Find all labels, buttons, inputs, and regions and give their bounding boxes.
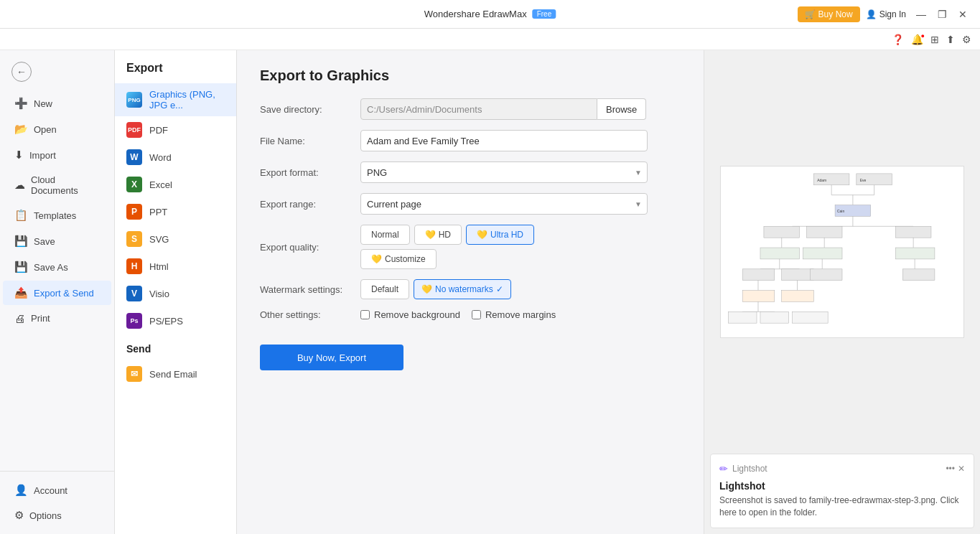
remove-background-checkbox[interactable] (360, 310, 370, 319)
export-item-label-svg: SVG (149, 234, 169, 245)
export-format-field: PNG JPG BMP SVG TIFF ▼ (360, 161, 648, 183)
close-button[interactable]: ✕ (954, 7, 971, 22)
sidebar-item-cloud[interactable]: ☁ Cloud Documents (3, 169, 111, 202)
browse-button[interactable]: Browse (597, 98, 646, 120)
sidebar-item-label-account: Account (34, 485, 67, 496)
templates-icon: 📋 (14, 209, 28, 222)
customize-button[interactable]: 💛 Customize (360, 249, 437, 269)
grid-icon[interactable]: ⊞ (930, 34, 939, 45)
export-item-ppt[interactable]: P PPT (115, 198, 236, 225)
person-icon: 👤 (866, 9, 877, 19)
remove-margins-label[interactable]: Remove margins (472, 309, 556, 320)
buy-now-button[interactable]: 🛒 Buy Now (798, 6, 859, 22)
watermark-no-watermarks-button[interactable]: 💛 No watermarks ✓ (414, 279, 511, 299)
watermark-default-button[interactable]: Default (360, 279, 409, 299)
export-item-email[interactable]: ✉ Send Email (115, 360, 236, 388)
export-format-row: Export format: PNG JPG BMP SVG TIFF ▼ (260, 161, 681, 183)
sidebar-item-label-save: Save (34, 236, 55, 247)
sidebar-item-save-as[interactable]: 💾 Save As (3, 255, 111, 279)
export-format-select[interactable]: PNG JPG BMP SVG TIFF (360, 161, 648, 183)
remove-margins-checkbox[interactable] (472, 310, 481, 319)
sidebar-item-label-open: Open (34, 124, 57, 135)
minimize-button[interactable]: — (912, 7, 930, 22)
lightshot-app-name: Lightshot (732, 464, 767, 474)
right-panel: Adam Eve Cain ✏ Lightshot ••• ✕ Lightsho… (704, 50, 980, 534)
sidebar-item-templates[interactable]: 📋 Templates (3, 203, 111, 228)
sidebar-item-print[interactable]: 🖨 Print (3, 306, 111, 330)
main-content: Export to Graphics Save directory: Brows… (237, 50, 704, 534)
notification-icon[interactable]: 🔔● (911, 34, 923, 45)
lightshot-text: Screenshot is saved to family-tree-edraw… (719, 495, 965, 519)
file-name-input[interactable] (360, 130, 648, 151)
sidebar-item-save[interactable]: 💾 Save (3, 229, 111, 253)
save-directory-input[interactable] (360, 98, 597, 120)
export-quality-field: Normal 💛 HD 💛 Ultra HD 💛 Customize (360, 225, 534, 269)
remove-background-text: Remove background (374, 309, 460, 320)
options-icon: ⚙ (14, 509, 24, 522)
file-name-field (360, 130, 648, 151)
other-settings-label: Other settings: (260, 309, 360, 320)
export-item-word[interactable]: W Word (115, 144, 236, 171)
graphics-icon: PNG (126, 92, 142, 108)
svg-rect-37 (793, 312, 829, 324)
export-item-html[interactable]: H Html (115, 253, 236, 280)
remove-margins-text: Remove margins (485, 309, 556, 320)
save-directory-label: Save directory: (260, 104, 360, 115)
export-item-pdf[interactable]: PDF PDF (115, 116, 236, 144)
sidebar-item-open[interactable]: 📂 Open (3, 117, 111, 141)
export-format-label: Export format: (260, 167, 360, 178)
svg-rect-11 (806, 227, 842, 238)
export-range-field: Current page All pages Selected pages ▼ (360, 193, 648, 215)
back-button[interactable]: ← (0, 56, 114, 88)
save-directory-row: Save directory: Browse (260, 98, 681, 120)
sidebar-item-import[interactable]: ⬇ Import (3, 143, 111, 167)
sidebar-item-new[interactable]: ➕ New (3, 91, 111, 116)
ps-icon: Ps (126, 313, 142, 329)
import-icon: ⬇ (14, 149, 24, 161)
settings-icon[interactable]: ⚙ (962, 34, 971, 45)
excel-icon: X (126, 177, 142, 192)
sidebar-item-options[interactable]: ⚙ Options (3, 503, 111, 528)
sidebar-item-label-import: Import (29, 150, 56, 161)
svg-rect-17 (803, 248, 842, 259)
open-icon: 📂 (14, 123, 28, 136)
sidebar-item-label-new: New (34, 98, 52, 109)
export-item-ps[interactable]: Ps PS/EPS (115, 307, 236, 334)
titlebar-right: 🛒 Buy Now 👤 Sign In — ❐ ✕ (798, 6, 971, 22)
email-icon: ✉ (126, 366, 142, 382)
watermark-row: Watermark settings: Default 💛 No waterma… (260, 279, 681, 299)
sidebar-item-export[interactable]: 📤 Export & Send (3, 281, 111, 305)
lightshot-close-button[interactable]: ✕ (958, 464, 965, 474)
svg-rect-35 (728, 312, 757, 324)
export-item-svg[interactable]: S SVG (115, 225, 236, 253)
export-range-select[interactable]: Current page All pages Selected pages (360, 193, 648, 215)
export-item-label-graphics: Graphics (PNG, JPG e... (149, 89, 225, 111)
word-icon: W (126, 149, 142, 165)
export-item-label-html: Html (149, 261, 169, 272)
export-item-graphics[interactable]: PNG Graphics (PNG, JPG e... (115, 83, 236, 116)
svg-rect-18 (895, 248, 935, 259)
export-item-visio[interactable]: V Visio (115, 280, 236, 307)
restore-button[interactable]: ❐ (933, 7, 951, 22)
save-as-icon: 💾 (14, 261, 28, 273)
quality-hd-button[interactable]: 💛 HD (414, 225, 462, 245)
checkmark-icon: ✓ (496, 284, 503, 294)
export-quality-row: Export quality: Normal 💛 HD 💛 Ultra HD (260, 225, 681, 269)
sidebar-item-label-export: Export & Send (34, 288, 94, 299)
svg-rect-16 (760, 248, 800, 259)
upload-icon[interactable]: ⬆ (946, 34, 955, 45)
remove-background-label[interactable]: Remove background (360, 309, 460, 320)
help-icon[interactable]: ❓ (892, 34, 904, 45)
svg-icon: S (126, 231, 142, 247)
sidebar-item-account[interactable]: 👤 Account (3, 478, 111, 502)
export-item-excel[interactable]: X Excel (115, 171, 236, 198)
sign-in-button[interactable]: 👤 Sign In (866, 9, 906, 19)
quality-ultra-hd-button[interactable]: 💛 Ultra HD (466, 225, 534, 245)
pdf-icon: PDF (126, 122, 142, 138)
export-item-label-pdf: PDF (149, 125, 168, 136)
customize-row: 💛 Customize (360, 249, 534, 269)
quality-normal-button[interactable]: Normal (360, 225, 410, 245)
lightshot-more-button[interactable]: ••• (946, 464, 955, 474)
preview-area: Adam Eve Cain (704, 50, 980, 454)
export-button[interactable]: Buy Now, Export (260, 345, 403, 370)
